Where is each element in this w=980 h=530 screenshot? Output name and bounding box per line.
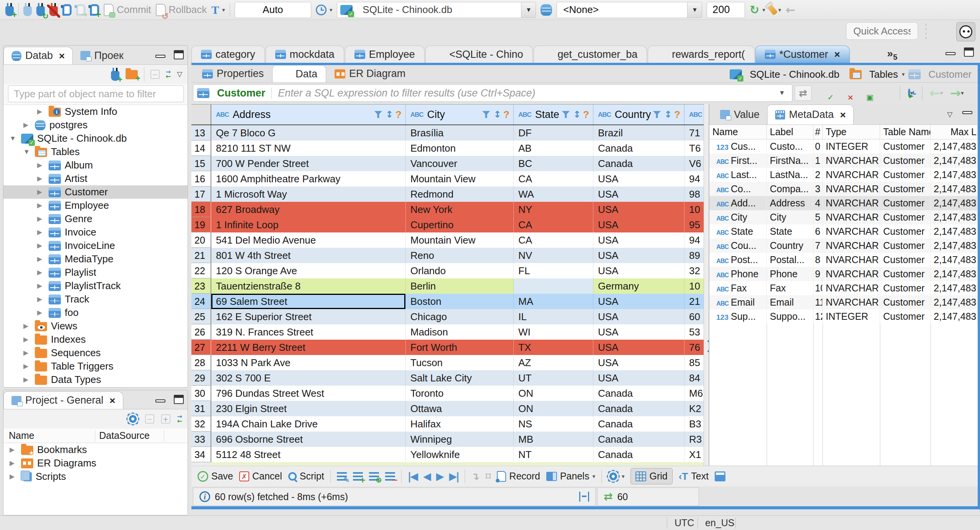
row-number-cell[interactable]: 17 xyxy=(191,186,211,202)
meta-cell-label[interactable]: Fax xyxy=(767,281,813,295)
tree-item[interactable]: PlaylistTrack xyxy=(3,279,188,293)
meta-cell-num[interactable]: 9 xyxy=(813,267,823,281)
view-menu-icon[interactable]: ▽ xyxy=(177,70,182,79)
cell-state[interactable]: CA xyxy=(514,171,593,186)
cell-city[interactable]: Toronto xyxy=(406,386,514,401)
meta-cell-type[interactable]: NVARCHAR xyxy=(823,267,880,281)
auto-refresh-timer-button[interactable] xyxy=(908,90,910,97)
cell-city[interactable]: Ottawa xyxy=(406,401,514,416)
result-subtab[interactable]: ER Diagram xyxy=(326,65,414,82)
cell-state[interactable]: WI xyxy=(514,324,593,340)
cell-state[interactable]: FL xyxy=(514,263,593,278)
cell-country[interactable]: Canada xyxy=(593,156,684,171)
cell-postalcode[interactable]: B3 xyxy=(684,416,704,432)
column-header[interactable]: ABC Country ↕ ? xyxy=(593,105,684,124)
expand-arrow-icon[interactable] xyxy=(37,201,49,209)
cell-address[interactable]: 801 W 4th Street xyxy=(211,248,406,263)
column-header-partial[interactable]: ABC xyxy=(684,105,704,124)
cell-country[interactable]: USA xyxy=(593,355,684,370)
last-row-button[interactable]: ▶| xyxy=(449,471,459,481)
meta-cell-table[interactable]: Customer xyxy=(880,139,931,154)
cell-state[interactable]: ON xyxy=(514,386,593,401)
cell-state[interactable]: NV xyxy=(514,248,593,263)
cell-country[interactable]: Germany xyxy=(593,278,684,294)
auto-refresh-button[interactable]: ↻▾ xyxy=(750,4,765,16)
transaction-mode-button[interactable]: T▾ xyxy=(211,4,225,16)
row-number-cell[interactable]: 29 xyxy=(191,370,211,386)
breadcrumb-tables[interactable]: Tables xyxy=(869,69,898,80)
cell-state[interactable]: ON xyxy=(514,401,593,416)
row-number-header[interactable] xyxy=(191,105,211,124)
cell-postalcode[interactable]: 21 xyxy=(684,294,704,309)
meta-cell-table[interactable]: Customer xyxy=(880,253,931,267)
meta-cell-num[interactable]: 0 xyxy=(813,139,823,154)
row-number-cell[interactable]: 31 xyxy=(191,401,211,416)
meta-cell-max[interactable]: 2,147,483 xyxy=(931,168,978,182)
cell-city[interactable]: Vancouver xyxy=(406,156,514,171)
meta-cell-max[interactable]: 2,147,483 xyxy=(931,309,978,324)
meta-cell-num[interactable]: 11 xyxy=(813,295,823,309)
refresh-button[interactable]: ⇄ xyxy=(795,85,812,101)
meta-cell-name[interactable]: Co... xyxy=(709,182,767,196)
meta-row[interactable]: Sup... Suppo... 12 INTEGER Customer 2,14… xyxy=(709,309,978,324)
tree-item[interactable]: Invoice xyxy=(3,226,188,239)
meta-cell-type[interactable]: NVARCHAR xyxy=(823,154,880,168)
cell-postalcode[interactable]: 85 xyxy=(684,355,704,370)
meta-cell-name[interactable]: Cou... xyxy=(709,239,767,253)
meta-row[interactable]: Add... Address 4 NVARCHAR Customer 2,147… xyxy=(709,196,978,210)
next-page-button[interactable]: → xyxy=(950,87,961,100)
record-button[interactable]: Record xyxy=(497,471,540,482)
editor-tab[interactable]: rewards_report( xyxy=(648,46,755,63)
row-number-cell[interactable]: 19 xyxy=(191,217,211,232)
expand-arrow-icon[interactable] xyxy=(37,282,49,290)
meta-column-table[interactable]: Table Name xyxy=(880,125,931,139)
cell-address[interactable]: 5112 48 Street xyxy=(211,447,406,462)
chevron-down-icon[interactable]: ▾ xyxy=(902,71,905,78)
meta-cell-table[interactable]: Customer xyxy=(880,239,931,253)
locale-indicator[interactable]: en_US xyxy=(705,517,734,528)
meta-row[interactable]: City City 5 NVARCHAR Customer 2,147,483 xyxy=(709,210,978,224)
link-with-editor-icon[interactable]: →← xyxy=(166,70,171,79)
script-button[interactable]: Script xyxy=(288,471,324,482)
cell-state[interactable]: NY xyxy=(514,202,593,217)
connect-button[interactable] xyxy=(23,3,32,16)
cell-city[interactable]: Madison xyxy=(406,324,514,340)
cell-address[interactable]: 194A Chain Lake Drive xyxy=(211,416,406,432)
meta-cell-name[interactable]: Email xyxy=(709,295,767,309)
meta-row[interactable]: Phone Phone 9 NVARCHAR Customer 2,147,48… xyxy=(709,267,978,281)
cell-address[interactable]: 69 Salem Street xyxy=(211,294,406,309)
remove-filter-button[interactable]: × xyxy=(840,87,851,99)
cell-city[interactable]: Winnipeg xyxy=(406,432,514,447)
meta-cell-type[interactable]: NVARCHAR xyxy=(823,281,880,295)
cell-city[interactable]: Tucson xyxy=(406,355,514,370)
meta-cell-table[interactable]: Customer xyxy=(880,295,931,309)
reconnect-button[interactable] xyxy=(36,3,45,16)
expand-arrow-icon[interactable] xyxy=(10,473,21,481)
object-filter-input[interactable] xyxy=(8,85,184,102)
close-icon[interactable]: × xyxy=(109,396,115,406)
meta-cell-table[interactable]: Customer xyxy=(880,309,931,324)
row-number-cell[interactable]: 20 xyxy=(191,232,211,248)
minimize-icon[interactable] xyxy=(155,55,165,58)
new-connection-icon[interactable] xyxy=(111,71,119,81)
expand-arrow-icon[interactable] xyxy=(37,175,49,183)
editor-tab[interactable]: *Customer × xyxy=(755,46,850,63)
new-folder-icon[interactable] xyxy=(126,70,138,79)
meta-cell-num[interactable]: 12 xyxy=(813,309,823,324)
cell-address[interactable]: 1033 N Park Ave xyxy=(211,355,406,370)
meta-cell-label[interactable]: Postal... xyxy=(767,253,813,267)
meta-cell-name[interactable]: State xyxy=(709,224,767,239)
editor-tab[interactable]: get_customer_ba xyxy=(534,46,647,63)
tree-item[interactable]: Bookmarks xyxy=(3,443,188,456)
meta-row[interactable]: Cou... Country 7 NVARCHAR Customer 2,147… xyxy=(709,239,978,253)
row-number-cell[interactable]: 33 xyxy=(191,432,211,447)
text-view-button[interactable]: ‹TText xyxy=(679,471,709,482)
meta-row[interactable]: Email Email 11 NVARCHAR Customer 2,147,4… xyxy=(709,295,978,309)
editor-tab[interactable]: Employee xyxy=(345,46,425,63)
column-header[interactable]: ABC City ↕ ? xyxy=(406,105,514,124)
cell-state[interactable]: UT xyxy=(514,370,593,386)
refresh-count-box[interactable]: ⇄ 60 xyxy=(597,487,699,506)
transaction-log-button[interactable]: ▾ xyxy=(316,5,333,15)
meta-cell-table[interactable]: Customer xyxy=(880,182,931,196)
cell-postalcode[interactable]: 10 xyxy=(684,278,704,294)
